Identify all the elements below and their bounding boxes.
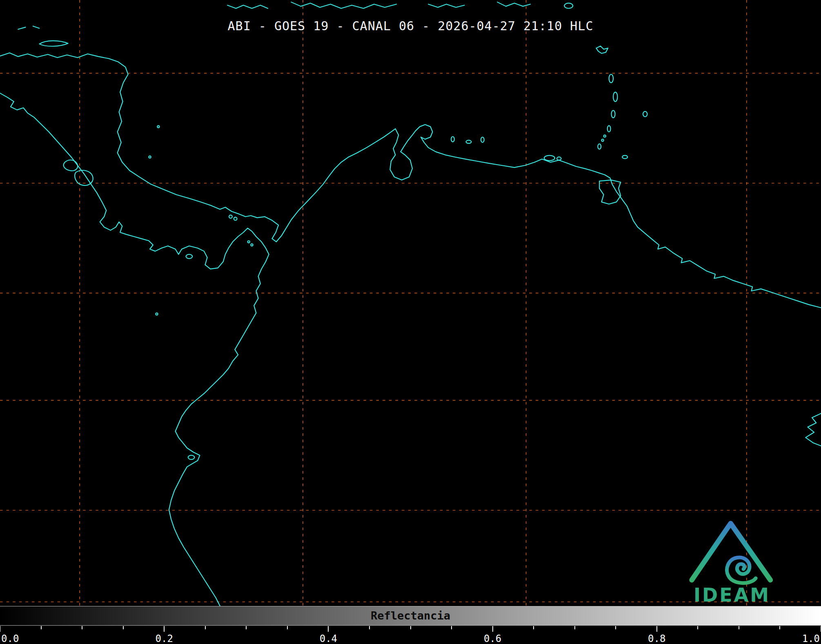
minor-tick xyxy=(41,626,42,629)
logo-spiral-icon xyxy=(727,557,756,583)
island-dot xyxy=(156,313,158,315)
major-tick xyxy=(492,626,493,632)
coast-top-fragment xyxy=(497,2,530,6)
minor-tick xyxy=(533,626,534,629)
colorbar-tick-label: 0.6 xyxy=(484,633,501,644)
island-grenada xyxy=(598,144,601,149)
minor-tick xyxy=(739,626,739,629)
island-dot xyxy=(157,126,159,128)
colorbar-tick-label: 0.2 xyxy=(156,633,173,644)
minor-tick xyxy=(287,626,288,629)
ideam-text: IDEAM xyxy=(686,586,778,604)
minor-tick xyxy=(246,626,247,629)
minor-tick xyxy=(205,626,206,629)
satellite-map: ABI - GOES 19 - CANAL 06 - 2026-04-27 21… xyxy=(0,0,821,606)
island-dot xyxy=(149,156,151,158)
lake-gatun xyxy=(234,217,237,221)
major-tick xyxy=(0,626,0,632)
island-barbados xyxy=(643,111,647,117)
island-margarita xyxy=(544,156,555,161)
colorbar: Reflectancia xyxy=(0,606,821,626)
minor-tick xyxy=(574,626,575,629)
ideam-logo: IDEAM xyxy=(686,513,778,604)
coast-caribbean xyxy=(0,53,821,308)
coast-top-fragment xyxy=(227,5,268,9)
island-dot xyxy=(248,241,250,243)
minor-tick xyxy=(369,626,370,629)
island-dot xyxy=(601,139,603,141)
coast-top-fragment xyxy=(291,2,396,8)
island-dot xyxy=(604,135,606,137)
island-trinidad xyxy=(599,180,621,204)
island-guadeloupe xyxy=(596,46,608,53)
lake-gatun xyxy=(229,215,232,218)
island-dot xyxy=(251,244,253,246)
logo-mountain-icon xyxy=(692,524,770,580)
island-martinique xyxy=(613,92,617,102)
colorbar-tick-label: 0.0 xyxy=(1,633,19,644)
colorbar-ticks: 0.0 0.2 0.4 0.6 0.8 1.0 xyxy=(0,626,821,644)
island-stvincent xyxy=(607,126,611,132)
coast-right-fragment xyxy=(805,413,821,446)
minor-tick xyxy=(779,626,780,629)
minor-tick xyxy=(697,626,698,629)
minor-tick xyxy=(410,626,411,629)
major-tick xyxy=(656,626,657,632)
island-aruba xyxy=(451,136,454,142)
major-tick xyxy=(164,626,165,632)
colorbar-label: Reflectancia xyxy=(0,606,821,625)
island-curacao xyxy=(466,140,472,143)
coast-pacific xyxy=(0,93,269,606)
minor-tick xyxy=(123,626,124,629)
minor-tick xyxy=(82,626,82,629)
island-bonaire xyxy=(481,137,484,143)
island-dominica xyxy=(609,74,613,83)
island-tobago xyxy=(622,156,627,159)
minor-tick xyxy=(615,626,616,629)
island-puna xyxy=(188,455,195,459)
island-jamaica xyxy=(39,41,68,46)
island-coiba xyxy=(186,254,193,258)
colorbar-tick-label: 1.0 xyxy=(802,633,820,644)
island-top-small xyxy=(564,3,573,9)
colorbar-tick-label: 0.4 xyxy=(320,633,337,644)
lake-managua xyxy=(64,160,78,171)
coast-top-fragment xyxy=(428,4,465,7)
minor-tick xyxy=(451,626,452,629)
ideam-logo-icon xyxy=(686,513,778,586)
image-title: ABI - GOES 19 - CANAL 06 - 2026-04-27 21… xyxy=(0,19,821,33)
colorbar-tick-label: 0.8 xyxy=(648,633,665,644)
island-stlucia xyxy=(612,110,615,118)
major-tick xyxy=(328,626,329,632)
island-coche xyxy=(557,157,561,160)
